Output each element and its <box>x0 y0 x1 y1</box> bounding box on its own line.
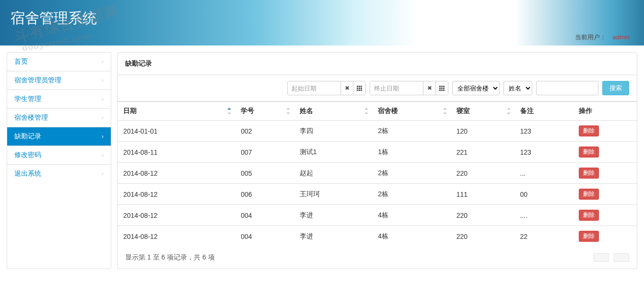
cell-sid: 004 <box>235 205 294 226</box>
cell-sid: 007 <box>235 142 294 163</box>
cell-date: 2014-08-12 <box>117 205 235 226</box>
attendance-table: 日期 学号 姓名 宿舍楼 寝室 备注 操作 2014-01-01002李四2栋1… <box>117 102 637 247</box>
pager-prev-button[interactable] <box>594 253 609 262</box>
building-select[interactable]: 全部宿舍楼 <box>452 81 500 95</box>
sidebar-item-4[interactable]: 缺勤记录› <box>7 127 111 146</box>
cell-building: 1栋 <box>372 142 450 163</box>
start-date-input[interactable] <box>288 81 340 95</box>
cell-action: 删除 <box>573 184 637 205</box>
current-user-label: 当前用户： <box>575 34 606 41</box>
chevron-right-icon: › <box>102 58 104 65</box>
col-action: 操作 <box>573 102 637 121</box>
start-date-group: ✖ <box>287 81 366 95</box>
cell-sid: 005 <box>235 163 294 184</box>
col-building[interactable]: 宿舍楼 <box>372 102 450 121</box>
cell-note: 22 <box>515 226 574 247</box>
cell-sid: 004 <box>235 226 294 247</box>
delete-button[interactable]: 删除 <box>579 168 599 179</box>
cell-action: 删除 <box>573 205 637 226</box>
cell-action: 删除 <box>573 163 637 184</box>
calendar-icon <box>357 86 362 91</box>
delete-button[interactable]: 删除 <box>579 125 599 136</box>
sidebar-item-label: 宿舍管理员管理 <box>14 76 61 85</box>
sidebar-item-label: 宿舍楼管理 <box>14 113 48 122</box>
cell-date: 2014-08-12 <box>117 163 235 184</box>
table-row: 2014-08-12006王珂珂2栋11100删除 <box>117 184 637 205</box>
sidebar-item-2[interactable]: 学生管理› <box>7 90 111 109</box>
sidebar: 首页›宿舍管理员管理›学生管理›宿舍楼管理›缺勤记录›修改密码›退出系统› <box>7 52 111 269</box>
chevron-right-icon: › <box>102 133 104 140</box>
sidebar-item-label: 首页 <box>14 57 28 66</box>
calendar-icon <box>439 86 445 91</box>
name-select[interactable]: 姓名 <box>503 81 532 95</box>
sidebar-item-1[interactable]: 宿舍管理员管理› <box>7 71 111 90</box>
cell-date: 2014-08-12 <box>117 226 235 247</box>
end-date-input[interactable] <box>370 81 423 95</box>
table-row: 2014-08-12005赵起2栋220...删除 <box>117 163 637 184</box>
cell-room: 220 <box>451 163 515 184</box>
close-icon: ✖ <box>345 85 350 91</box>
col-sid[interactable]: 学号 <box>235 102 294 121</box>
cell-date: 2014-08-11 <box>117 142 235 163</box>
cell-room: 111 <box>451 184 515 205</box>
cell-name: 赵起 <box>294 163 372 184</box>
search-button[interactable]: 搜索 <box>602 81 629 95</box>
pick-start-date-button[interactable] <box>353 81 365 95</box>
delete-button[interactable]: 删除 <box>579 231 599 242</box>
cell-room: 220 <box>451 226 515 247</box>
chevron-right-icon: › <box>102 96 104 102</box>
cell-note: 00 <box>515 184 574 205</box>
delete-button[interactable]: 删除 <box>579 147 599 158</box>
app-title: 宿舍管理系统 <box>11 9 644 28</box>
chevron-right-icon: › <box>102 170 104 177</box>
cell-name: 李进 <box>294 205 372 226</box>
cell-note: ... <box>515 163 574 184</box>
col-name[interactable]: 姓名 <box>294 102 372 121</box>
close-icon: ✖ <box>427 85 432 91</box>
col-date[interactable]: 日期 <box>117 102 235 121</box>
cell-building: 2栋 <box>372 163 450 184</box>
pager <box>594 253 629 262</box>
cell-name: 李进 <box>294 226 372 247</box>
col-room[interactable]: 寝室 <box>451 102 515 121</box>
delete-button[interactable]: 删除 <box>579 189 599 200</box>
end-date-group: ✖ <box>370 81 448 95</box>
page-header: 宿舍管理系统 当前用户： admin <box>0 0 644 45</box>
table-row: 2014-08-12004李进4栋220....删除 <box>117 205 637 226</box>
cell-name: 王珂珂 <box>294 184 372 205</box>
current-username: admin <box>613 34 630 41</box>
table-row: 2014-08-11007测试11栋221123删除 <box>117 142 637 163</box>
clear-end-date-button[interactable]: ✖ <box>423 81 435 95</box>
sidebar-item-3[interactable]: 宿舍楼管理› <box>7 109 111 127</box>
cell-note: .... <box>515 205 574 226</box>
col-note: 备注 <box>515 102 574 121</box>
pick-end-date-button[interactable] <box>435 81 448 95</box>
filter-bar: ✖ ✖ 全部宿舍楼 姓名 搜索 <box>117 75 637 102</box>
sidebar-item-label: 退出系统 <box>14 169 41 178</box>
panel-title: 缺勤记录 <box>117 53 637 75</box>
sidebar-item-0[interactable]: 首页› <box>7 53 111 71</box>
delete-button[interactable]: 删除 <box>579 210 599 221</box>
chevron-right-icon: › <box>102 152 104 158</box>
cell-name: 李四 <box>294 121 372 142</box>
table-row: 2014-01-01002李四2栋120123删除 <box>117 121 637 142</box>
cell-building: 2栋 <box>372 184 450 205</box>
cell-room: 220 <box>451 205 515 226</box>
table-row: 2014-08-12004李进4栋22022删除 <box>117 226 637 247</box>
cell-action: 删除 <box>573 142 637 163</box>
sidebar-item-label: 修改密码 <box>14 151 41 159</box>
cell-sid: 002 <box>235 121 294 142</box>
search-input[interactable] <box>536 81 598 95</box>
cell-name: 测试1 <box>294 142 372 163</box>
cell-room: 221 <box>451 142 515 163</box>
table-footer: 显示第 1 至 6 项记录，共 6 项 <box>117 247 637 269</box>
sidebar-item-6[interactable]: 退出系统› <box>7 165 111 183</box>
clear-start-date-button[interactable]: ✖ <box>340 81 353 95</box>
current-user: 当前用户： admin <box>575 33 630 42</box>
cell-building: 4栋 <box>372 205 450 226</box>
sidebar-item-5[interactable]: 修改密码› <box>7 146 111 165</box>
cell-note: 123 <box>515 121 574 142</box>
record-info: 显示第 1 至 6 项记录，共 6 项 <box>125 253 215 262</box>
pager-next-button[interactable] <box>614 253 629 262</box>
cell-note: 123 <box>515 142 574 163</box>
